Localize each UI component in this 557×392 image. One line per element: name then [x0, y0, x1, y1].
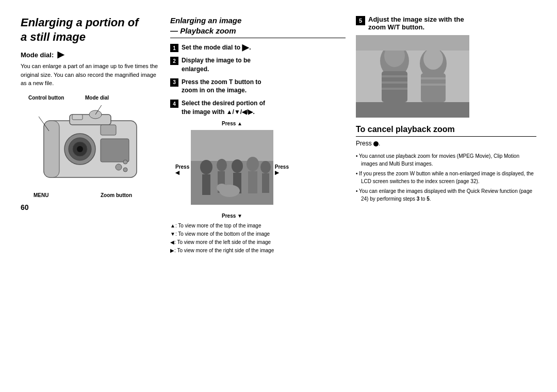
sample-photo-right [356, 35, 469, 118]
svg-rect-13 [72, 115, 83, 120]
svg-point-24 [247, 157, 259, 171]
middle-column: Enlarging an image — Playback zoom 1 Set… [170, 15, 346, 377]
direction-legend: ▲: To view more of the top of the image … [170, 222, 346, 255]
step-4-num: 4 [170, 100, 178, 108]
svg-rect-41 [421, 84, 446, 86]
step-4: 4 Select the desired portion ofthe image… [170, 99, 346, 117]
press-down-label: Press ▼ [222, 213, 242, 219]
play-mode-icon [242, 44, 249, 52]
svg-point-26 [260, 161, 271, 173]
content-area: Enlarging a portion of a still image Mod… [21, 15, 536, 377]
label-menu: MENU [34, 192, 48, 198]
camera-svg [39, 105, 142, 188]
notes-list: You cannot use playback zoom for movies … [356, 152, 536, 203]
svg-point-38 [423, 48, 443, 70]
step-2: 2 Display the image to beenlarged. [170, 56, 346, 74]
sample-photo-svg [191, 130, 273, 205]
note-1: You cannot use playback zoom for movies … [356, 152, 536, 168]
legend-item-right: ▶: To view more of the right side of the… [170, 247, 346, 255]
step-4-text: Select the desired portion ofthe image w… [182, 99, 265, 117]
step-5-text: Adjust the image size with thezoom W/T b… [368, 15, 464, 31]
svg-rect-19 [202, 174, 210, 195]
label-control-button: Control button [28, 95, 64, 101]
step-2-text: Display the image to beenlarged. [182, 56, 251, 74]
cancel-press: Press . [356, 140, 536, 147]
play-icon [57, 52, 64, 59]
description-text: You can enlarge a part of an image up to… [21, 62, 160, 88]
camera-illustration-svg [39, 105, 142, 185]
press-up-label: Press ▲ [222, 121, 242, 126]
step-5-header: 5 Adjust the image size with thezoom W/T… [356, 15, 536, 31]
step-5-num: 5 [356, 16, 365, 25]
step-1: 1 Set the mode dial to . [170, 43, 346, 52]
main-title: Enlarging a portion of a still image [21, 15, 160, 44]
legend-item-up: ▲: To view more of the top of the image [170, 222, 346, 230]
step-1-text: Set the mode dial to . [182, 43, 251, 52]
svg-rect-6 [101, 125, 116, 135]
note-3: You can enlarge the images displayed wit… [356, 187, 536, 203]
sample-photo-right-svg [356, 35, 469, 118]
svg-rect-25 [248, 171, 257, 193]
svg-point-22 [232, 159, 243, 173]
svg-point-8 [116, 164, 122, 170]
svg-point-9 [123, 160, 127, 164]
svg-rect-35 [382, 81, 407, 84]
svg-rect-7 [101, 139, 129, 162]
label-zoom-button: Zoom button [101, 192, 132, 198]
svg-point-10 [123, 168, 127, 172]
mode-dial-text: Mode dial: [21, 51, 54, 59]
section-title: Enlarging an image — Playback zoom [170, 15, 346, 38]
svg-point-29 [217, 184, 227, 192]
svg-rect-40 [421, 77, 446, 79]
press-right-label: Press▶ [275, 164, 289, 175]
legend-item-left: ◀: To view more of the left side of the … [170, 238, 346, 247]
page-number: 60 [21, 203, 160, 211]
mode-dial-label: Mode dial: [21, 51, 160, 59]
step-1-num: 1 [170, 44, 178, 52]
legend-item-down: ▼: To view more of the bottom of the ima… [170, 230, 346, 238]
note-2: If you press the zoom W button while a n… [356, 170, 536, 185]
direction-diagram: Press ▲ Press◀ Press▶ Press ▼ [175, 121, 289, 219]
svg-rect-43 [356, 102, 469, 118]
svg-rect-36 [382, 88, 407, 90]
camera-diagram: Control button Mode dial [28, 95, 152, 198]
svg-rect-42 [356, 35, 469, 51]
right-column: 5 Adjust the image size with thezoom W/T… [356, 15, 536, 377]
section-title-line1: Enlarging an image [170, 16, 241, 25]
svg-point-18 [200, 160, 212, 174]
svg-rect-27 [262, 173, 269, 193]
page: Enlarging a portion of a still image Mod… [0, 0, 557, 392]
left-column: Enlarging a portion of a still image Mod… [21, 15, 160, 377]
step-2-num: 2 [170, 57, 178, 65]
svg-rect-16 [191, 130, 273, 161]
press-left-label: Press◀ [175, 164, 189, 175]
svg-rect-34 [382, 75, 407, 77]
svg-point-5 [77, 146, 83, 152]
circle-button-icon [373, 141, 379, 146]
sample-photo-mid [191, 130, 273, 205]
svg-rect-11 [44, 121, 59, 177]
step-3-num: 3 [170, 78, 178, 87]
step-3: 3 Press the zoom T button tozoom in on t… [170, 78, 346, 95]
section-title-line2: — Playback zoom [170, 26, 236, 35]
label-mode-dial: Mode dial [85, 95, 109, 101]
cancel-title: To cancel playback zoom [356, 125, 536, 137]
svg-point-20 [217, 159, 227, 171]
step-3-text: Press the zoom T button tozoom in on the… [182, 78, 261, 95]
